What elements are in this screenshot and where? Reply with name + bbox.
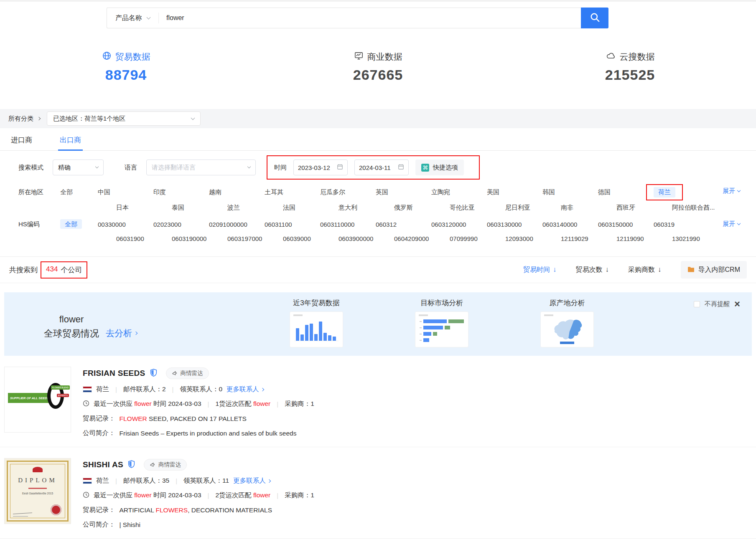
hs-code-item[interactable]: 00330000 xyxy=(98,221,153,228)
hs-code-item[interactable]: 060319 xyxy=(654,221,709,228)
company-name[interactable]: FRISIAN SEEDS xyxy=(83,369,145,378)
hs-code-item[interactable]: 060312 xyxy=(376,221,431,228)
search-input[interactable] xyxy=(159,8,581,28)
verified-shield-icon[interactable] xyxy=(128,460,135,469)
keyword-highlight: flower xyxy=(253,400,270,407)
hs-code-item[interactable]: 0603140000 xyxy=(542,221,598,228)
region-item[interactable]: 波兰 xyxy=(227,204,283,212)
chevron-down-icon xyxy=(191,116,195,120)
buyer-count-text: 采购商：1 xyxy=(285,491,314,500)
region-item[interactable]: 俄罗斯 xyxy=(394,204,450,212)
region-item[interactable]: 韩国 xyxy=(542,188,598,196)
logo-tag: EXPERTS xyxy=(57,394,69,397)
tab-importer[interactable]: 进口商 xyxy=(9,128,34,150)
netherlands-flag-icon xyxy=(83,386,92,393)
region-item[interactable]: 日本 xyxy=(116,204,172,212)
region-item[interactable]: 厄瓜多尔 xyxy=(320,188,376,196)
hs-all[interactable]: 全部 xyxy=(60,219,82,229)
hs-code-item[interactable]: 06039000 xyxy=(283,235,339,242)
region-all[interactable]: 全部 xyxy=(60,188,73,195)
banner-chart-market[interactable]: 目标市场分析 xyxy=(415,298,468,347)
more-contacts-link[interactable]: 更多联系人 xyxy=(227,385,264,394)
email-contacts: 邮件联系人：2 xyxy=(123,385,166,394)
company-name[interactable]: SHISHI AS xyxy=(83,460,123,469)
banner-chart-title: 目标市场分析 xyxy=(415,298,468,308)
hs-code-item[interactable]: 0603197000 xyxy=(227,235,283,242)
hs-code-item[interactable]: 0603900000 xyxy=(339,235,394,242)
hs-code-item[interactable]: 0603120000 xyxy=(431,221,487,228)
quick-options-button[interactable]: ⌘ 快捷选项 xyxy=(415,160,464,175)
region-item[interactable]: 泰国 xyxy=(172,204,227,212)
expand-label: 展开 xyxy=(723,220,735,228)
search-button[interactable] xyxy=(581,8,608,28)
verified-shield-icon[interactable] xyxy=(150,369,157,378)
region-item[interactable]: 意大利 xyxy=(339,204,394,212)
hs-code-item[interactable]: 0603110000 xyxy=(320,221,376,228)
sort-trade-count[interactable]: 贸易次数 ↓ xyxy=(576,266,609,274)
company-logo[interactable]: DIPLOM Eesti Gasellettevõte 2015 xyxy=(4,458,71,524)
search-mode-select[interactable]: 精确 xyxy=(53,160,104,175)
hs-expand-button[interactable]: 展开 xyxy=(723,220,740,228)
region-item[interactable]: 英国 xyxy=(376,188,431,196)
hs-code-item[interactable]: 02091000000 xyxy=(209,221,265,228)
sort-buyer-count[interactable]: 采购商数 ↓ xyxy=(628,266,662,274)
hs-code-item[interactable]: 06031100 xyxy=(265,221,320,228)
keyword-highlight: flower xyxy=(134,400,151,407)
company-country: 荷兰 xyxy=(96,385,109,394)
date-to-input[interactable]: 2024-03-11 xyxy=(354,160,409,175)
region-expand-button[interactable]: 展开 xyxy=(723,187,740,195)
hs-code-item[interactable]: 12119029 xyxy=(561,235,616,242)
stat-trade-data[interactable]: 贸易数据 88794 xyxy=(0,51,252,83)
business-radar-badge[interactable]: 商情雷达 xyxy=(166,367,209,379)
region-item-selected[interactable]: 荷兰 xyxy=(654,187,675,198)
tab-exporter[interactable]: 出口商 xyxy=(58,128,83,150)
region-item[interactable]: 尼日利亚 xyxy=(505,204,561,212)
close-icon[interactable]: × xyxy=(734,299,740,309)
date-from-input[interactable]: 2023-03-12 xyxy=(293,160,348,175)
sort-trade-time[interactable]: 贸易时间 ↓ xyxy=(523,266,557,274)
language-select[interactable]: 请选择翻译语言 xyxy=(146,160,256,175)
hs-code-item[interactable]: 06031900 xyxy=(116,235,172,242)
region-item[interactable]: 哥伦比亚 xyxy=(450,204,505,212)
region-item[interactable]: 印度 xyxy=(153,188,209,196)
hs-code-item[interactable]: 13021990 xyxy=(672,235,728,242)
hs-code-item[interactable]: 12119090 xyxy=(616,235,672,242)
company-logo[interactable]: SUPPLIER OF ALL SEEDS FLOWER BLEND EXPER… xyxy=(4,367,71,433)
date-to-value: 2024-03-11 xyxy=(359,164,391,171)
region-item[interactable]: 立陶宛 xyxy=(431,188,487,196)
region-item[interactable]: 阿拉伯联合酋... xyxy=(672,204,728,212)
hs-code-item[interactable]: 02023000 xyxy=(153,221,209,228)
go-analyze-link[interactable]: 去分析 xyxy=(106,327,137,339)
region-item[interactable]: 美国 xyxy=(487,188,542,196)
banner-chart-origin[interactable]: 原产地分析 xyxy=(540,298,594,347)
hs-code-item[interactable]: 0603150000 xyxy=(598,221,654,228)
search-box: 产品名称 xyxy=(107,8,581,28)
region-item[interactable]: 西班牙 xyxy=(616,204,672,212)
region-item[interactable]: 中国 xyxy=(98,188,153,196)
filter-lists: 所在地区 全部 中国印度越南土耳其厄瓜多尔英国立陶宛美国韩国德国 荷兰 展开 日… xyxy=(0,179,756,246)
mini-stacked-row xyxy=(420,332,464,336)
hs-code-item[interactable]: 0604209000 xyxy=(394,235,450,242)
hs-code-item[interactable]: 07099990 xyxy=(450,235,505,242)
import-crm-button[interactable]: 导入内部CRM xyxy=(681,261,747,279)
region-item[interactable]: 法国 xyxy=(283,204,339,212)
region-item[interactable]: 土耳其 xyxy=(265,188,320,196)
hs-code-item[interactable]: 0603130000 xyxy=(487,221,542,228)
go-analyze-label: 去分析 xyxy=(106,327,132,339)
hs-code-item[interactable]: 12093000 xyxy=(505,235,561,242)
stat-cloud-search-data[interactable]: 云搜数据 215525 xyxy=(504,51,756,83)
stat-business-data[interactable]: 商业数据 267665 xyxy=(252,51,504,83)
stat-label: 商业数据 xyxy=(367,51,402,63)
selected-region-dropdown[interactable]: 已选地区：荷兰等1个地区 xyxy=(47,111,201,126)
region-item[interactable]: 南非 xyxy=(561,204,616,212)
dont-remind-checkbox[interactable] xyxy=(694,301,700,307)
breadcrumb-all-categories[interactable]: 所有分类 xyxy=(8,115,40,123)
banner-chart-trade[interactable]: 近3年贸易数据 xyxy=(290,298,343,347)
region-item[interactable]: 越南 xyxy=(209,188,265,196)
region-item[interactable]: 德国 xyxy=(598,188,654,196)
search-category-dropdown[interactable]: 产品名称 xyxy=(107,8,158,28)
more-contacts-link[interactable]: 更多联系人 xyxy=(233,476,270,485)
hs-code-item[interactable]: 0603190000 xyxy=(172,235,227,242)
profile-text: Frisian Seeds – Experts in production an… xyxy=(120,430,297,437)
business-radar-badge[interactable]: 商情雷达 xyxy=(144,459,187,471)
